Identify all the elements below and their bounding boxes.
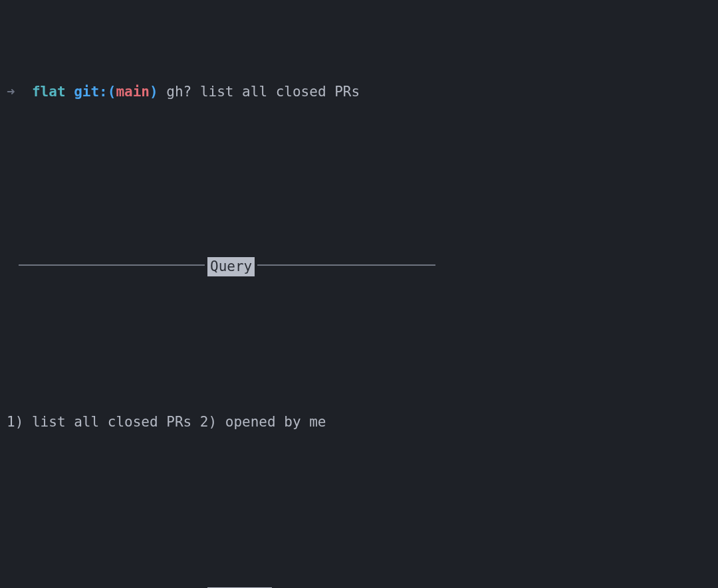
divider-line [19,264,205,266]
section-label-query: Query [207,257,255,276]
divider-line [257,264,435,266]
typed-query[interactable]: list all closed PRs [200,84,360,100]
query-item-num: 2) [200,414,217,430]
query-item-num: 1) [7,414,23,430]
git-close: ) [150,84,158,100]
query-display: 1) list all closed PRs 2) opened by me [7,413,711,432]
terminal-screen: ➜ flat git:(main) gh? list all closed PR… [0,0,718,588]
command-prefix: gh? [166,84,191,100]
prompt-cwd: flat [32,84,66,100]
git-branch: main [116,84,150,100]
prompt-line: ➜ flat git:(main) gh? list all closed PR… [7,82,711,102]
git-label: git:( [74,84,116,100]
query-item-text: opened by me [225,414,326,430]
query-item-text: list all closed PRs [32,414,191,430]
section-header-query: Query [7,256,711,278]
prompt-arrow: ➜ [7,84,15,100]
